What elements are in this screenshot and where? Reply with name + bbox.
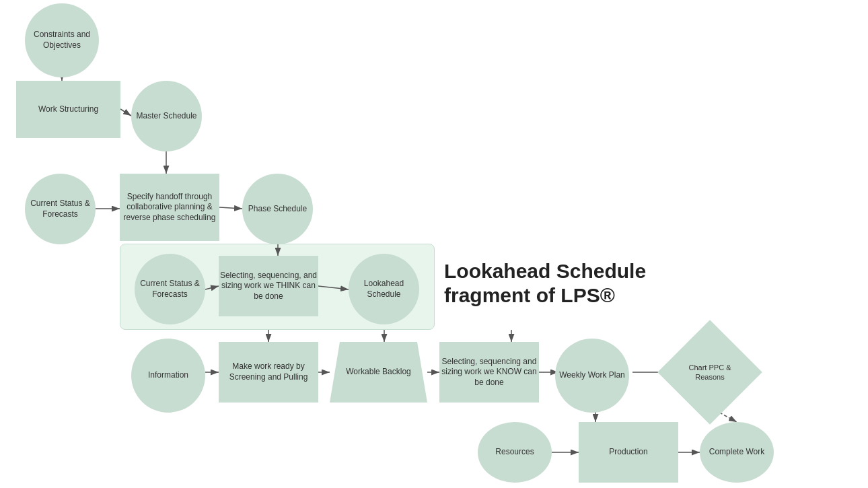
current-status1-node: Current Status & Forecasts bbox=[25, 174, 96, 244]
workable-backlog-label: Workable Backlog bbox=[342, 367, 416, 378]
selecting-seq1-label: Selecting, sequencing, and sizing work w… bbox=[219, 271, 318, 302]
master-schedule-label: Master Schedule bbox=[136, 111, 196, 122]
make-work-ready-label: Make work ready by Screening and Pulling bbox=[219, 361, 318, 382]
complete-work-label: Complete Work bbox=[709, 447, 764, 458]
master-schedule-node: Master Schedule bbox=[131, 81, 202, 151]
current-status2-label: Current Status & Forecasts bbox=[135, 279, 205, 300]
information-label: Information bbox=[148, 370, 188, 381]
lookahead-node: Lookahead Schedule bbox=[349, 254, 419, 324]
production-node: Production bbox=[579, 422, 678, 483]
selecting-seq2-label: Selecting, sequencing and sizing work we… bbox=[439, 357, 539, 388]
production-label: Production bbox=[609, 447, 647, 458]
current-status2-node: Current Status & Forecasts bbox=[135, 254, 205, 324]
weekly-work-plan-label: Weekly Work Plan bbox=[559, 370, 625, 381]
workable-backlog-node: Workable Backlog bbox=[330, 342, 427, 403]
complete-work-node: Complete Work bbox=[700, 422, 774, 483]
constraints-node: Constraints and Objectives bbox=[25, 3, 99, 77]
svg-line-2 bbox=[120, 109, 131, 116]
lps-label-line2: fragment of LPS® bbox=[444, 283, 834, 308]
chart-ppc-label: Chart PPC & Reasons bbox=[673, 360, 747, 385]
phase-schedule-node: Phase Schedule bbox=[242, 174, 313, 244]
chart-ppc-node: Chart PPC & Reasons bbox=[673, 335, 747, 409]
resources-node: Resources bbox=[478, 422, 552, 483]
selecting-seq1-node: Selecting, sequencing, and sizing work w… bbox=[219, 256, 318, 316]
specify-handoff-label: Specify handoff through collaborative pl… bbox=[120, 192, 219, 223]
specify-handoff-node: Specify handoff through collaborative pl… bbox=[120, 174, 219, 241]
information-node: Information bbox=[131, 339, 205, 413]
diagram: Constraints and Objectives Work Structur… bbox=[0, 0, 868, 488]
current-status1-label: Current Status & Forecasts bbox=[25, 199, 96, 219]
weekly-work-plan-node: Weekly Work Plan bbox=[555, 339, 629, 413]
lps-label: Lookahead Schedule fragment of LPS® bbox=[444, 259, 834, 308]
work-structuring-label: Work Structuring bbox=[38, 104, 98, 115]
constraints-label: Constraints and Objectives bbox=[25, 30, 99, 50]
resources-label: Resources bbox=[495, 447, 534, 458]
selecting-seq2-node: Selecting, sequencing and sizing work we… bbox=[439, 342, 539, 403]
lookahead-label: Lookahead Schedule bbox=[349, 279, 419, 300]
phase-schedule-label: Phase Schedule bbox=[248, 204, 307, 215]
svg-line-5 bbox=[219, 207, 242, 209]
lps-label-line1: Lookahead Schedule bbox=[444, 259, 834, 283]
work-structuring-node: Work Structuring bbox=[16, 81, 120, 138]
make-work-ready-node: Make work ready by Screening and Pulling bbox=[219, 342, 318, 403]
